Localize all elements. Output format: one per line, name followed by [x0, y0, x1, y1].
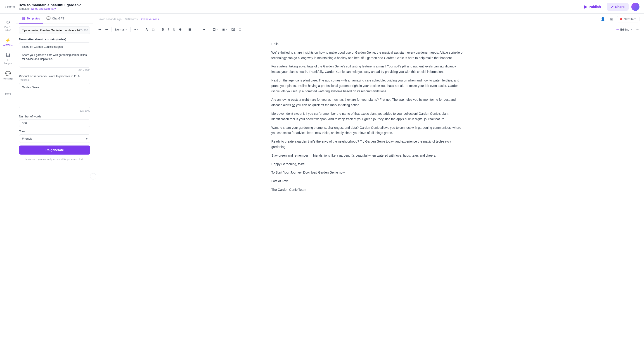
- icon-btn-grid[interactable]: ⊞: [609, 16, 614, 23]
- cta-label-row: Product or service you want to promote i…: [19, 74, 90, 82]
- grid-icon: ⊞: [610, 17, 613, 21]
- template-link[interactable]: Notes and Summary: [31, 7, 56, 11]
- redo-icon: ↪: [105, 28, 108, 31]
- paragraph-9: Happy Gardening, folks!: [271, 162, 466, 167]
- sidebar-item-ai-writer[interactable]: ⚡ AI Writer: [1, 35, 15, 49]
- chevron-down-icon: ▾: [631, 28, 632, 31]
- underline-word-so: so: [292, 103, 295, 107]
- paragraph-4: Are annoying pests a nightmare for you a…: [271, 97, 466, 108]
- text-color-button[interactable]: A: [144, 27, 150, 32]
- tone-section: Tone Friendly Professional Casual Formal…: [19, 130, 90, 143]
- search-count: 57 / 150: [79, 29, 88, 32]
- new-item-button[interactable]: New Item: [617, 16, 640, 23]
- underline-icon: U: [173, 28, 175, 31]
- pencil-icon: ✏: [616, 28, 619, 31]
- back-arrow-icon: ‹: [4, 5, 6, 9]
- underline-button[interactable]: U: [172, 27, 177, 32]
- undo-icon: ↩: [98, 28, 101, 31]
- paragraph-7: Ready to create a garden that's the envy…: [271, 139, 466, 150]
- bullet-list-icon: ☰: [188, 28, 191, 31]
- cta-section: Product or service you want to promote i…: [19, 74, 90, 112]
- style-dropdown[interactable]: Normal ▾: [113, 27, 129, 32]
- regenerate-button[interactable]: Re-generate: [19, 146, 90, 155]
- indent-button[interactable]: ⇥: [201, 27, 207, 32]
- template-line: Template: Notes and Summary: [18, 7, 81, 11]
- tone-select[interactable]: Friendly Professional Casual Formal Humo…: [19, 134, 90, 143]
- notes-textarea-wrap: based on Garden Genie's insights. Share …: [19, 42, 90, 72]
- comment-icon: □: [239, 28, 241, 31]
- style-label: Normal: [115, 28, 124, 31]
- publish-icon: ▶: [584, 4, 587, 9]
- image-icon: 🖼: [6, 53, 10, 58]
- bullet-list-button[interactable]: ☰: [187, 27, 193, 32]
- publish-button[interactable]: ▶ Publish: [581, 3, 604, 11]
- new-item-dot: [620, 18, 622, 20]
- table-dropdown[interactable]: ⊞ ▾: [220, 27, 229, 32]
- bold-button[interactable]: B: [160, 27, 166, 32]
- undo-button[interactable]: ↩: [97, 27, 103, 32]
- paragraph-11: Lots of Love,: [271, 179, 466, 184]
- strikethrough-button[interactable]: S: [178, 27, 183, 32]
- sidebar-item-label: More: [5, 92, 11, 95]
- icon-sidebar: ⚙ Brief + SEO ⚡ AI Writer 🖼 AI Images 💬 …: [0, 14, 16, 339]
- numbered-list-button[interactable]: ≔: [194, 27, 200, 32]
- doc-body: Hello! We're thrilled to share insights …: [271, 42, 466, 193]
- topbar: ‹ Home How to maintain a beautiful garde…: [0, 0, 644, 14]
- italic-icon: I: [168, 28, 169, 31]
- cta-textarea-wrap: Garden Genie 12 / 1000: [19, 83, 90, 112]
- cta-textarea[interactable]: Garden Genie: [19, 83, 90, 108]
- sidebar-item-message[interactable]: 💬 Message: [1, 69, 15, 82]
- more-options-icon: ···: [636, 27, 639, 32]
- words-input[interactable]: [19, 120, 90, 127]
- toolbar: ↩ ↪ Normal ▾ ≡ ▾ A ◻ B: [93, 25, 644, 34]
- comment-button[interactable]: □: [238, 27, 242, 32]
- align-dropdown[interactable]: ≡ ▾: [132, 27, 140, 32]
- sidebar-item-label: AI Images: [3, 59, 13, 65]
- sidebar-item-more[interactable]: ··· More: [1, 84, 15, 97]
- back-label: Home: [7, 5, 15, 8]
- tab-chatgpt[interactable]: 💬 ChatGPT: [43, 14, 68, 24]
- notes-label: Newsletter should contain (notes): [19, 38, 90, 41]
- notes-textarea[interactable]: based on Garden Genie's insights. Share …: [19, 42, 90, 68]
- editor-area: Saved seconds ago 328 words Older versio…: [93, 14, 644, 339]
- paragraph-3: Next on the agenda is plant care. The ap…: [271, 78, 466, 94]
- search-wrap: 57 / 150: [19, 27, 90, 34]
- main-layout: ⚙ Brief + SEO ⚡ AI Writer 🖼 AI Images 💬 …: [0, 14, 644, 339]
- older-versions-link[interactable]: Older versions: [141, 18, 159, 21]
- gear-icon: ⚙: [6, 20, 10, 25]
- paragraph-greeting: Hello!: [271, 42, 466, 47]
- toolbar-divider-5: [185, 27, 185, 32]
- redo-button[interactable]: ↪: [104, 27, 110, 32]
- paragraph-12: The Garden Genie Team: [271, 187, 466, 193]
- editing-dropdown[interactable]: ✏ Editing ▾: [614, 27, 634, 32]
- strikethrough-icon: S: [179, 28, 181, 31]
- paragraph-1: We're thrilled to share insights on how …: [271, 50, 466, 61]
- back-button[interactable]: ‹ Home: [4, 5, 15, 9]
- panel: ▦ Templates 💬 ChatGPT 57 / 150: [16, 14, 93, 339]
- saved-status: Saved seconds ago: [98, 18, 122, 21]
- page-title: How to maintain a beautiful garden?: [18, 3, 81, 7]
- toolbar-divider-4: [158, 27, 158, 32]
- toolbar-divider-6: [209, 27, 209, 32]
- underline-word-neighborhood: neighborhood: [338, 140, 358, 143]
- toolbar-divider-3: [142, 27, 142, 32]
- table-icon: ⊞: [222, 28, 225, 31]
- sidebar-item-ai-images[interactable]: 🖼 AI Images: [1, 51, 15, 67]
- toolbar-divider-1: [111, 27, 112, 32]
- icon-btn-person[interactable]: 👤: [599, 16, 606, 23]
- highlight-button[interactable]: ◻: [150, 27, 156, 32]
- italic-button[interactable]: I: [166, 27, 170, 32]
- sidebar-item-brief-seo[interactable]: ⚙ Brief + SEO: [1, 17, 15, 34]
- paragraph-6: Want to share your gardening triumphs, c…: [271, 125, 466, 136]
- editor-content[interactable]: Hello! We're thrilled to share insights …: [93, 34, 644, 339]
- cta-char-count: 12 / 1000: [19, 109, 90, 112]
- avatar[interactable]: [631, 3, 640, 11]
- share-button[interactable]: ↗ Share: [607, 3, 628, 11]
- tab-templates[interactable]: ▦ Templates: [19, 14, 43, 24]
- sidebar-item-label: Message: [3, 77, 13, 80]
- image-dropdown[interactable]: 🖼 ▾: [211, 27, 220, 32]
- toolbar-more-button[interactable]: ···: [635, 26, 640, 33]
- notes-section: Newsletter should contain (notes) based …: [19, 37, 90, 72]
- clear-format-button[interactable]: ⌧: [230, 27, 236, 32]
- panel-collapse-button[interactable]: ‹: [90, 173, 96, 179]
